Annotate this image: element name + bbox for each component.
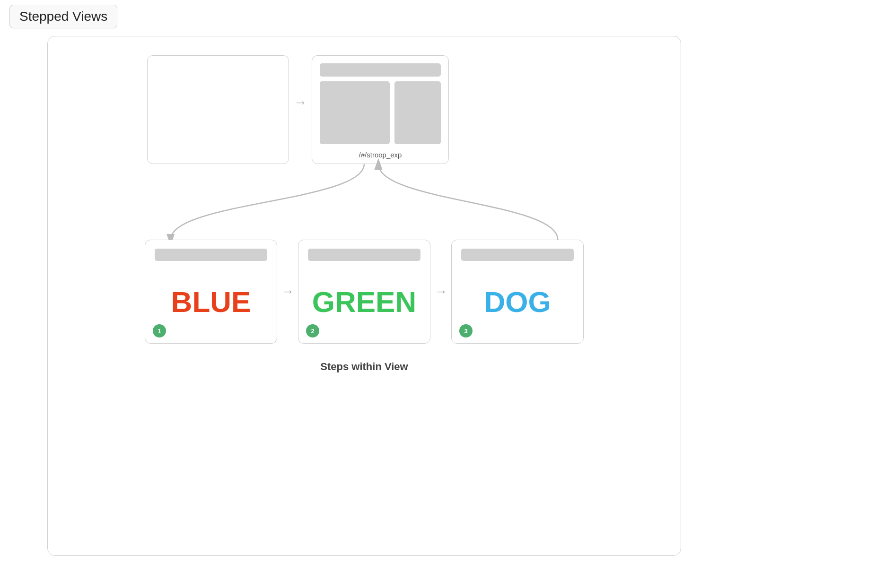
step-box-1: BLUE 1 xyxy=(145,240,277,344)
top-right-spacer xyxy=(449,55,581,164)
step-box-2: GREEN 2 xyxy=(298,240,430,344)
mock-body xyxy=(320,81,441,144)
page-title: Stepped Views xyxy=(9,5,117,28)
step3-word: DOG xyxy=(484,267,551,337)
top-left-view-box xyxy=(147,55,289,164)
step3-mock-header xyxy=(461,249,574,261)
mock-right-panel xyxy=(394,81,441,144)
connector-svg xyxy=(76,164,652,240)
step2-badge: 2 xyxy=(306,324,319,337)
step2-word: GREEN xyxy=(312,267,416,337)
step1-badge: 1 xyxy=(153,324,166,337)
step3-badge: 3 xyxy=(459,324,473,337)
step-arrow-1-2: → xyxy=(281,284,294,299)
steps-row: BLUE 1 → GREEN 2 → DOG 3 xyxy=(76,240,652,344)
step-arrow-2-3: → xyxy=(434,284,447,299)
top-center-view-box: /#/stroop_exp xyxy=(312,55,449,164)
step-box-3: DOG 3 xyxy=(451,240,584,344)
route-label: /#/stroop_exp xyxy=(359,151,402,159)
main-container: → /#/stroop_exp xyxy=(47,36,681,556)
connector-area xyxy=(76,164,652,240)
top-arrow-right: → xyxy=(294,95,307,124)
step2-mock-header xyxy=(308,249,420,261)
bottom-section: BLUE 1 → GREEN 2 → DOG 3 Steps within Vi… xyxy=(76,240,652,373)
steps-within-view-label: Steps within View xyxy=(320,361,408,373)
step1-word: BLUE xyxy=(171,267,251,337)
step1-mock-header xyxy=(155,249,267,261)
mock-left-panel xyxy=(320,81,390,144)
top-row: → /#/stroop_exp xyxy=(76,55,652,164)
mock-header-bar xyxy=(320,63,441,77)
